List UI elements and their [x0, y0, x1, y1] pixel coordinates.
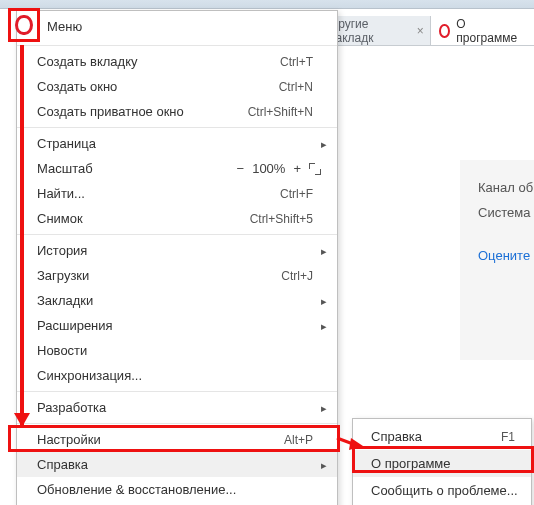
menu-item-shortcut: Ctrl+Shift+5 — [250, 212, 327, 226]
close-icon[interactable]: × — [417, 24, 424, 38]
chevron-right-icon: ▸ — [321, 294, 327, 307]
chevron-right-icon: ▸ — [321, 319, 327, 332]
menu-item-page[interactable]: Страница ▸ — [17, 131, 337, 156]
menu-item-shortcut: Alt+P — [284, 433, 327, 447]
menu-item-label: Снимок — [37, 211, 250, 226]
menu-item-new-tab[interactable]: Создать вкладку Ctrl+T — [17, 49, 337, 74]
separator — [17, 45, 337, 46]
submenu-item-report-problem[interactable]: Сообщить о проблеме... — [353, 477, 531, 504]
menu-item-label: Справка — [371, 429, 501, 444]
menu-item-settings[interactable]: Настройки Alt+P — [17, 427, 337, 452]
info-line: Система — [478, 205, 534, 220]
separator — [17, 391, 337, 392]
main-menu: Меню Создать вкладку Ctrl+T Создать окно… — [16, 10, 338, 505]
tab-label: О программе — [456, 17, 526, 45]
menu-item-label: Обновление & восстановление... — [37, 482, 327, 497]
menu-item-developer[interactable]: Разработка ▸ — [17, 395, 337, 420]
menu-item-news[interactable]: Новости — [17, 338, 337, 363]
menu-item-shortcut: F1 — [501, 430, 519, 444]
tab-other-bookmarks[interactable]: Другие закладк × — [324, 17, 430, 45]
opera-icon — [439, 24, 451, 38]
about-side-panel: Канал об Система Оцените — [460, 160, 534, 360]
menu-item-label: Страница — [37, 136, 327, 151]
separator — [17, 127, 337, 128]
menu-item-shortcut: Ctrl+Shift+N — [248, 105, 327, 119]
menu-item-update-recovery[interactable]: Обновление & восстановление... — [17, 477, 337, 502]
menu-item-bookmarks[interactable]: Закладки ▸ — [17, 288, 337, 313]
menu-item-sync[interactable]: Синхронизация... — [17, 363, 337, 388]
menu-item-label: Загрузки — [37, 268, 281, 283]
menu-item-new-private-window[interactable]: Создать приватное окно Ctrl+Shift+N — [17, 99, 337, 124]
zoom-out-button[interactable]: − — [237, 161, 245, 176]
opera-icon[interactable] — [15, 15, 33, 35]
menu-item-shortcut: Ctrl+J — [281, 269, 327, 283]
chevron-right-icon: ▸ — [321, 458, 327, 471]
menu-item-label: История — [37, 243, 327, 258]
menu-item-label: Расширения — [37, 318, 327, 333]
menu-title: Меню — [17, 11, 337, 42]
tab-strip: Другие закладк × О программе — [318, 16, 534, 46]
menu-item-label: Закладки — [37, 293, 327, 308]
chevron-right-icon: ▸ — [321, 244, 327, 257]
menu-item-history[interactable]: История ▸ — [17, 238, 337, 263]
menu-item-label: Создать приватное окно — [37, 104, 248, 119]
menu-item-label: Найти... — [37, 186, 280, 201]
zoom-value: 100% — [252, 161, 285, 176]
menu-item-label: О программе — [371, 456, 519, 471]
window-chrome-top — [0, 0, 534, 9]
menu-item-help[interactable]: Справка ▸ — [17, 452, 337, 477]
annotation-arrow-down — [20, 45, 24, 425]
help-submenu: Справка F1 О программе Сообщить о пробле… — [352, 418, 532, 505]
menu-item-label: Новости — [37, 343, 327, 358]
menu-item-label: Создать окно — [37, 79, 279, 94]
menu-item-label: Разработка — [37, 400, 327, 415]
tab-label: Другие закладк — [330, 17, 411, 45]
menu-item-new-window[interactable]: Создать окно Ctrl+N — [17, 74, 337, 99]
info-line: Канал об — [478, 180, 534, 195]
fullscreen-icon[interactable] — [309, 163, 321, 175]
menu-item-shortcut: Ctrl+N — [279, 80, 327, 94]
annotation-arrow-right — [339, 436, 359, 440]
menu-item-find[interactable]: Найти... Ctrl+F — [17, 181, 337, 206]
menu-item-label: Справка — [37, 457, 327, 472]
tab-about[interactable]: О программе — [430, 16, 534, 45]
menu-item-shortcut: Ctrl+T — [280, 55, 327, 69]
menu-item-label: Синхронизация... — [37, 368, 327, 383]
menu-item-shortcut: Ctrl+F — [280, 187, 327, 201]
zoom-in-button[interactable]: + — [293, 161, 301, 176]
annotation-box-opera-button — [8, 8, 40, 42]
rate-link[interactable]: Оцените — [478, 248, 534, 263]
chevron-right-icon: ▸ — [321, 401, 327, 414]
menu-item-label: Настройки — [37, 432, 284, 447]
submenu-item-help[interactable]: Справка F1 — [353, 423, 531, 450]
menu-item-label: Создать вкладку — [37, 54, 280, 69]
menu-item-snapshot[interactable]: Снимок Ctrl+Shift+5 — [17, 206, 337, 231]
svg-marker-1 — [349, 438, 363, 450]
separator — [17, 234, 337, 235]
menu-item-zoom: Масштаб − 100% + — [17, 156, 337, 181]
separator — [17, 423, 337, 424]
menu-item-extensions[interactable]: Расширения ▸ — [17, 313, 337, 338]
menu-item-label: Масштаб — [37, 161, 237, 176]
menu-item-label: Сообщить о проблеме... — [371, 483, 519, 498]
menu-item-downloads[interactable]: Загрузки Ctrl+J — [17, 263, 337, 288]
chevron-right-icon: ▸ — [321, 137, 327, 150]
submenu-item-about[interactable]: О программе — [353, 450, 531, 477]
